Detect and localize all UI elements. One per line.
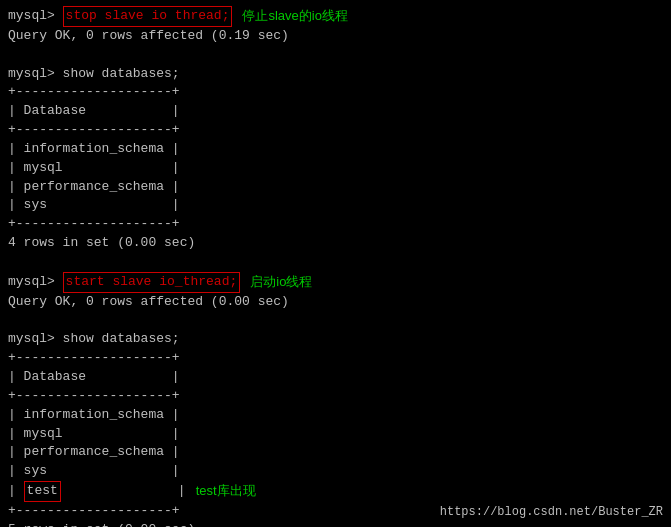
db-row-mysql-2: | mysql | <box>8 425 663 444</box>
rows-count-2: 5 rows in set (0.00 sec) <box>8 521 663 527</box>
ok-text-2: Query OK, 0 rows affected (0.00 sec) <box>8 293 289 312</box>
url-label: https://blog.csdn.net/Buster_ZR <box>440 505 663 519</box>
command-line-2: mysql> start slave io_thread;启动io线程 <box>8 272 663 293</box>
db-row-sys-2: | sys | <box>8 462 663 481</box>
divider-2: +--------------------+ <box>8 121 663 140</box>
db-row-mysql-1: | mysql | <box>8 159 663 178</box>
db-header-2: | Database | <box>8 368 663 387</box>
show-db-text-1: mysql> show databases; <box>8 65 180 84</box>
blank-3 <box>8 312 663 331</box>
divider-5: +--------------------+ <box>8 387 663 406</box>
cmd-box-2: start slave io_thread; <box>63 272 241 293</box>
divider-3: +--------------------+ <box>8 215 663 234</box>
blank-2 <box>8 253 663 272</box>
comment-2: 启动io线程 <box>250 273 312 292</box>
db-row-info-schema-1: | information_schema | <box>8 140 663 159</box>
prompt-1: mysql> <box>8 7 63 26</box>
comment-1: 停止slave的io线程 <box>242 7 347 26</box>
prompt-2: mysql> <box>8 273 63 292</box>
show-db-line-2: mysql> show databases; <box>8 330 663 349</box>
terminal: mysql> stop slave io thread;停止slave的io线程… <box>0 0 671 527</box>
ok-line-1: Query OK, 0 rows affected (0.19 sec) <box>8 27 663 46</box>
cmd-box-1: stop slave io thread; <box>63 6 233 27</box>
db-row-perf-1: | performance_schema | <box>8 178 663 197</box>
command-line-1: mysql> stop slave io thread;停止slave的io线程 <box>8 6 663 27</box>
ok-text-1: Query OK, 0 rows affected (0.19 sec) <box>8 27 289 46</box>
db-row-info-schema-2: | information_schema | <box>8 406 663 425</box>
ok-line-2: Query OK, 0 rows affected (0.00 sec) <box>8 293 663 312</box>
divider-1: +--------------------+ <box>8 83 663 102</box>
pipe-prefix: | <box>8 482 24 501</box>
rows-count-1: 4 rows in set (0.00 sec) <box>8 234 663 253</box>
db-row-test: | test |test库出现 <box>8 481 663 502</box>
pipe-suffix: | <box>61 482 186 501</box>
db-row-sys-1: | sys | <box>8 196 663 215</box>
blank-1 <box>8 46 663 65</box>
show-db-line-1: mysql> show databases; <box>8 65 663 84</box>
divider-4: +--------------------+ <box>8 349 663 368</box>
test-comment: test库出现 <box>196 482 256 501</box>
db-row-perf-2: | performance_schema | <box>8 443 663 462</box>
test-db-highlight: test <box>24 481 61 502</box>
db-header-1: | Database | <box>8 102 663 121</box>
